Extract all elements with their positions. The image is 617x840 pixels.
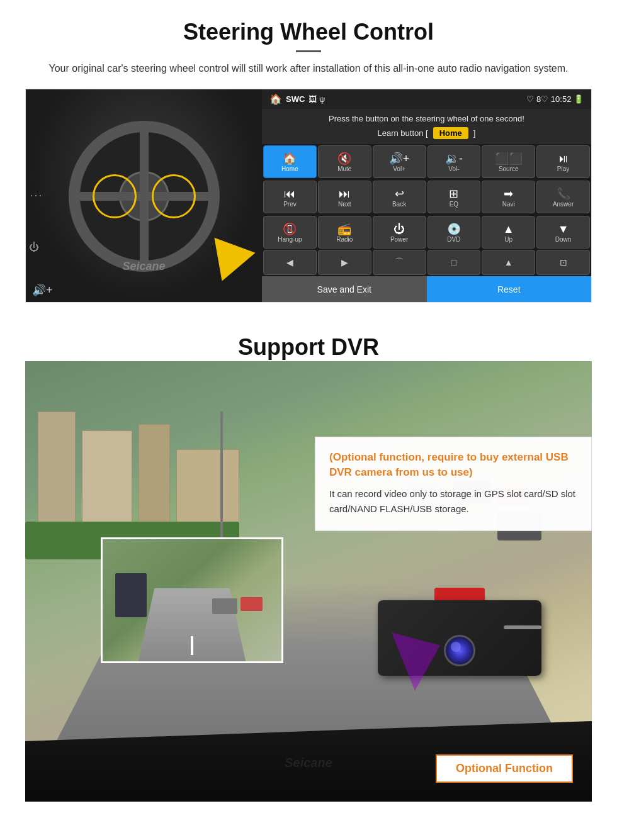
pole <box>220 412 223 556</box>
steering-wheel <box>69 121 220 272</box>
power-btn-label: Power <box>390 236 408 243</box>
camera-body <box>359 588 560 688</box>
building-1 <box>38 412 76 525</box>
building-2 <box>82 430 132 525</box>
radio-label: Radio <box>336 236 353 243</box>
eq-icon: ⊞ <box>449 188 458 199</box>
button-row-1: 🏠 Home 🔇 Mute 🔊+ Vol+ 🔉- Vol- ⬛⬛ S <box>262 144 591 179</box>
play-btn[interactable]: ⏯ Play <box>536 145 590 178</box>
down-label: Down <box>555 236 572 243</box>
eq-label: EQ <box>450 201 458 208</box>
optional-title: (Optional function, require to buy exter… <box>329 450 577 480</box>
back-label: Back <box>392 201 406 208</box>
dvr-thumbnail <box>101 537 283 663</box>
reset-button[interactable]: Reset <box>427 276 592 302</box>
building-3 <box>139 424 170 531</box>
swc-photo: ⋮ ⏻ 🔊+ Seicane <box>26 89 262 303</box>
back-icon: ↩ <box>395 188 404 199</box>
btn-r4-6[interactable]: ⊡ <box>536 250 590 275</box>
dvr-title: Support DVR <box>25 334 592 361</box>
mute-label: Mute <box>337 165 351 172</box>
mute-btn[interactable]: 🔇 Mute <box>318 145 371 178</box>
building-4 <box>176 449 239 531</box>
answer-label: Answer <box>553 201 574 208</box>
button-row-4: ◀ ▶ ⌒ □ ▲ ⊡ <box>262 250 591 276</box>
next-icon: ⏭ <box>339 188 350 199</box>
prev-btn[interactable]: ⏮ Prev <box>263 181 317 213</box>
vol-down-label: Vol- <box>448 165 459 172</box>
navi-btn[interactable]: ➡ Navi <box>482 181 535 213</box>
btn-r4-4[interactable]: □ <box>427 250 481 275</box>
home-icon: 🏠 <box>269 93 282 105</box>
volume-icon: 🔊+ <box>32 283 53 297</box>
vol-up-btn[interactable]: 🔊+ Vol+ <box>373 145 426 178</box>
hangup-btn[interactable]: 📵 Hang-up <box>263 216 317 249</box>
mute-icon: 🔇 <box>337 153 351 164</box>
home-btn[interactable]: 🏠 Home <box>263 145 317 178</box>
back-btn[interactable]: ↩ Back <box>373 181 426 213</box>
radio-icon: 📻 <box>337 223 351 235</box>
down-btn[interactable]: ▼ Down <box>536 216 590 249</box>
power-btn[interactable]: ⏻ Power <box>373 216 426 249</box>
home-btn-label: Home <box>281 165 298 172</box>
play-label: Play <box>557 165 569 172</box>
save-exit-button[interactable]: Save and Exit <box>262 276 427 302</box>
dvr-section: Support DVR (Op <box>0 315 617 808</box>
left-highlight-circle <box>93 174 137 218</box>
vol-down-btn[interactable]: 🔉- Vol- <box>427 145 481 178</box>
home-btn-icon: 🏠 <box>283 153 297 164</box>
swc-label: SWC <box>286 94 305 104</box>
spoke-vertical <box>140 132 149 260</box>
source-icon: ⬛⬛ <box>495 153 523 164</box>
btn-r4-2[interactable]: ▶ <box>318 250 371 275</box>
swc-message: Press the button on the steering wheel o… <box>262 109 591 126</box>
up-icon: ▲ <box>503 223 514 235</box>
radio-btn[interactable]: 📻 Radio <box>318 216 371 249</box>
up-label: Up <box>504 236 512 243</box>
swc-section: Steering Wheel Control Your original car… <box>0 0 617 315</box>
source-btn[interactable]: ⬛⬛ Source <box>482 145 535 178</box>
swc-subtitle: Your original car's steering wheel contr… <box>25 61 592 76</box>
dvr-thumb-inner <box>103 539 281 661</box>
learn-text: Learn button [ <box>378 128 428 138</box>
button-row-2: ⏮ Prev ⏭ Next ↩ Back ⊞ EQ ➡ Navi <box>262 179 591 215</box>
hangup-label: Hang-up <box>278 236 302 243</box>
dvr-description: It can record video only to storage in G… <box>329 486 577 517</box>
navi-label: Navi <box>502 201 515 208</box>
next-btn[interactable]: ⏭ Next <box>318 181 371 213</box>
play-icon: ⏯ <box>558 153 569 164</box>
next-label: Next <box>338 201 351 208</box>
header-right: ♡ 8♡ 10:52 🔋 <box>526 94 584 104</box>
dvd-btn[interactable]: 💿 DVD <box>427 216 481 249</box>
arrow-icon <box>214 231 259 281</box>
home-button[interactable]: Home <box>433 127 468 139</box>
button-row-3: 📵 Hang-up 📻 Radio ⏻ Power 💿 DVD ▲ U <box>262 215 591 250</box>
vol-up-icon: 🔊+ <box>389 153 410 164</box>
up-btn[interactable]: ▲ Up <box>482 216 535 249</box>
prev-label: Prev <box>283 201 297 208</box>
thumb-road-line <box>191 636 193 655</box>
power-icon: ⏻ <box>29 242 39 253</box>
learn-end: ] <box>473 128 476 138</box>
btn-r4-3[interactable]: ⌒ <box>373 250 426 275</box>
optional-function-badge[interactable]: Optional Function <box>436 754 573 783</box>
menu-dots-icon: ⋮ <box>29 189 44 204</box>
swc-learn-row: Learn button [ Home ] <box>262 126 591 144</box>
hangup-icon: 📵 <box>283 223 297 235</box>
vol-down-icon: 🔉- <box>445 153 463 164</box>
power-btn-icon: ⏻ <box>393 223 405 235</box>
swc-ui-panel: 🏠 SWC 🖼 ψ ♡ 8♡ 10:52 🔋 Press the button … <box>262 89 591 302</box>
dvr-composite: (Optional function, require to buy exter… <box>25 361 592 802</box>
answer-btn[interactable]: 📞 Answer <box>536 181 590 213</box>
eq-btn[interactable]: ⊞ EQ <box>427 181 481 213</box>
btn-r4-5[interactable]: ▲ <box>482 250 535 275</box>
right-highlight-circle <box>152 174 196 218</box>
down-icon: ▼ <box>558 223 569 235</box>
swc-ui-header: 🏠 SWC 🖼 ψ ♡ 8♡ 10:52 🔋 <box>262 89 591 109</box>
thumb-vehicle-3 <box>115 573 147 617</box>
navi-icon: ➡ <box>504 188 513 199</box>
dvr-seicane-brand: Seicane <box>285 756 332 770</box>
answer-icon: 📞 <box>557 188 570 199</box>
btn-r4-1[interactable]: ◀ <box>263 250 317 275</box>
source-label: Source <box>499 165 519 172</box>
